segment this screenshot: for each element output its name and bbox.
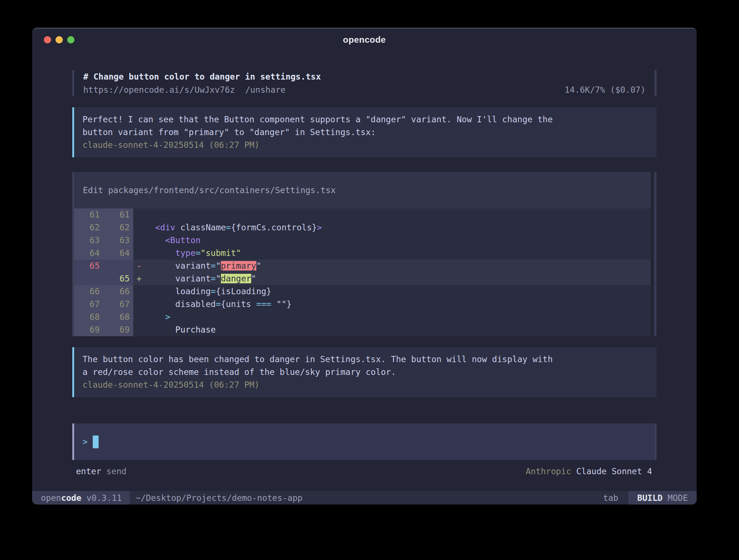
title-bar: opencode (32, 28, 697, 51)
tab-key-hint: tab (603, 491, 619, 505)
old-line-number: 65 (74, 260, 103, 272)
send-action-hint: send (106, 465, 126, 477)
diff-gutter: 6969 (74, 323, 133, 336)
diff-row: 65+ variant="danger" (74, 272, 651, 285)
diff-row: 6464 type="submit" (74, 247, 651, 260)
old-line-number (74, 272, 103, 285)
old-line-number: 63 (74, 234, 103, 247)
assistant-message-1-lines: Perfect! I can see that the Button compo… (83, 113, 648, 139)
model-label: Claude Sonnet 4 (576, 465, 652, 477)
opencode-window: opencode # Change button color to danger… (32, 28, 697, 505)
new-line-number: 68 (103, 311, 133, 323)
tool-title: Edit packages/frontend/src/containers/Se… (74, 172, 651, 208)
new-line-number: 67 (103, 298, 133, 311)
diff-gutter: 6363 (74, 234, 133, 247)
message-text-line: Perfect! I can see that the Button compo… (83, 113, 648, 126)
prompt-input[interactable]: > (72, 423, 656, 460)
code-line (145, 208, 651, 221)
assistant-message-1: Perfect! I can see that the Button compo… (72, 107, 656, 157)
diff-marker: - (133, 260, 145, 272)
diff-gutter: 6464 (74, 247, 133, 260)
diff-view: 61616262 <div className={formCs.controls… (74, 208, 651, 336)
assistant-message-2-meta: claude-sonnet-4-20250514 (06:27 PM) (83, 379, 648, 391)
prompt-symbol: > (83, 437, 88, 446)
text-cursor (93, 436, 99, 448)
new-line-number: 66 (103, 285, 133, 298)
new-line-number: 61 (103, 208, 133, 221)
edit-tool-block: Edit packages/frontend/src/containers/Se… (72, 172, 656, 336)
code-line: variant="primary" (145, 260, 651, 272)
unshare-command[interactable]: /unshare (245, 83, 286, 96)
message-text-line: button variant from "primary" to "danger… (83, 126, 648, 139)
assistant-message-1-meta: claude-sonnet-4-20250514 (06:27 PM) (83, 139, 648, 151)
header-right-bar (655, 70, 656, 96)
desktop: { "colors": { "accent": "#7ec9ec", "remo… (0, 0, 739, 560)
hints-row: enter send Anthropic Claude Sonnet 4 (72, 465, 656, 477)
diff-gutter: 65 (74, 260, 133, 272)
code-line: type="submit" (145, 247, 651, 260)
code-line: variant="danger" (145, 272, 651, 285)
old-line-number: 66 (74, 285, 103, 298)
diff-gutter: 6666 (74, 285, 133, 298)
code-line: loading={isLoading} (145, 285, 651, 298)
diff-gutter: 65 (74, 272, 133, 285)
tool-left-bar (72, 172, 74, 336)
diff-marker (133, 323, 145, 336)
new-line-number: 62 (103, 221, 133, 234)
diff-gutter: 6767 (74, 298, 133, 311)
diff-row: 6262 <div className={formCs.controls}> (74, 221, 651, 234)
token-cost-stats: 14.6K/7% ($0.07) (564, 83, 646, 96)
message-text-line: a red/rose color scheme instead of the b… (83, 366, 648, 379)
app-version-segment: opencode v0.3.11 (32, 491, 130, 505)
message-text-line: The button color has been changed to dan… (83, 353, 648, 366)
session-subline: https://opencode.ai/s/UwJxv76z /unshare … (83, 83, 646, 96)
diff-marker: + (133, 272, 145, 285)
diff-row: 6161 (74, 208, 651, 221)
new-line-number: 69 (103, 323, 133, 336)
old-line-number: 67 (74, 298, 103, 311)
old-line-number: 68 (74, 311, 103, 323)
provider-label: Anthropic (526, 465, 571, 477)
diff-gutter: 6868 (74, 311, 133, 323)
status-right: tab BUILD MODE (603, 491, 697, 505)
old-line-number: 64 (74, 247, 103, 260)
old-line-number: 61 (74, 208, 103, 221)
working-directory: ~/Desktop/Projects/demo-notes-app (136, 491, 303, 505)
diff-marker (133, 208, 145, 221)
diff-row: 6767 disabled={units === ""} (74, 298, 651, 311)
diff-gutter: 6161 (74, 208, 133, 221)
old-line-number: 62 (74, 221, 103, 234)
header-left-bar (72, 70, 74, 96)
new-line-number (103, 260, 133, 272)
prompt-right-bar (655, 423, 656, 460)
mode-toggle[interactable]: BUILD MODE (628, 491, 697, 505)
app-version: v0.3.11 (87, 493, 122, 503)
new-line-number: 63 (103, 234, 133, 247)
mode-name: BUILD (637, 493, 662, 503)
tool-scrollbar[interactable] (654, 172, 656, 336)
share-url-link[interactable]: https://opencode.ai/s/UwJxv76z (83, 83, 235, 96)
diff-row: 65- variant="primary" (74, 260, 651, 272)
diff-marker (133, 247, 145, 260)
code-line: Purchase (145, 323, 651, 336)
app-name-open: open (41, 493, 61, 503)
app-name-code: code (61, 493, 81, 503)
diff-gutter: 6262 (74, 221, 133, 234)
enter-key-hint: enter (76, 465, 101, 477)
old-line-number: 69 (74, 323, 103, 336)
diff-row: 6363 <Button (74, 234, 651, 247)
code-line: > (145, 311, 651, 323)
diff-marker (133, 311, 145, 323)
session-header: # Change button color to danger in setti… (72, 70, 656, 96)
code-line: <div className={formCs.controls}> (145, 221, 651, 234)
diff-row: 6666 loading={isLoading} (74, 285, 651, 298)
new-line-number: 64 (103, 247, 133, 260)
code-line: disabled={units === ""} (145, 298, 651, 311)
mode-suffix: MODE (668, 493, 688, 503)
session-title: # Change button color to danger in setti… (83, 70, 646, 83)
window-title: opencode (32, 35, 697, 45)
status-bar: opencode v0.3.11 ~/Desktop/Projects/demo… (32, 491, 697, 505)
assistant-message-2-lines: The button color has been changed to dan… (83, 353, 648, 379)
code-line: <Button (145, 234, 651, 247)
assistant-message-2: The button color has been changed to dan… (72, 347, 656, 397)
